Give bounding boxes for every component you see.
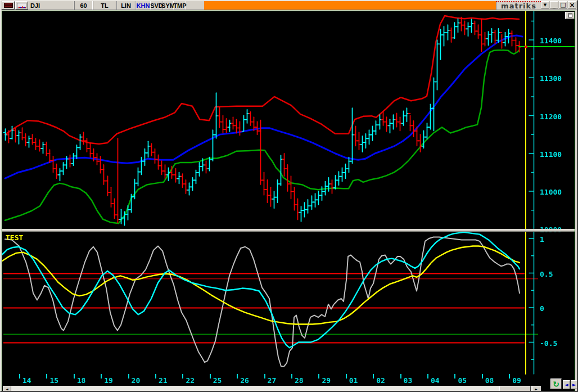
price-panel-canvas[interactable] bbox=[2, 11, 575, 229]
toolbar-segment-60[interactable]: 60 bbox=[74, 1, 93, 10]
restore-chart-button[interactable] bbox=[565, 12, 575, 19]
price-chart-icon bbox=[17, 3, 26, 8]
date-axis-tick bbox=[101, 374, 102, 379]
price-axis-label: 11400 bbox=[540, 37, 562, 45]
refresh-button[interactable]: ↻ bbox=[550, 379, 562, 389]
date-axis-label: 22 bbox=[186, 376, 195, 385]
price-axis-label: 11100 bbox=[540, 150, 562, 159]
toolbar-segment-svd[interactable]: SVD bbox=[151, 1, 162, 10]
toolbar-segment-tmp[interactable]: TMP bbox=[174, 1, 186, 10]
date-axis-tick bbox=[482, 374, 483, 379]
toolbar-segment-lin[interactable]: LIN bbox=[116, 1, 136, 10]
close-button[interactable]: × bbox=[568, 1, 576, 8]
date-axis-tick bbox=[74, 374, 75, 379]
date-axis-label: 08 bbox=[485, 376, 494, 385]
date-axis-tick bbox=[155, 374, 156, 379]
date-axis-tick bbox=[19, 374, 20, 379]
date-axis-tick bbox=[373, 374, 374, 379]
date-axis-label: 15 bbox=[49, 376, 58, 385]
price-axis-label: 11000 bbox=[540, 188, 562, 196]
toolbar-segment-sym[interactable]: SYM bbox=[162, 1, 174, 10]
date-axis-label: 29 bbox=[322, 376, 331, 385]
date-axis-tick bbox=[264, 374, 265, 379]
scroll-right-button[interactable]: ► bbox=[532, 386, 540, 391]
titlebar[interactable]: DJI60TLLINKHNSVDSYMTMP matriks ▼ _ □ × bbox=[1, 1, 577, 10]
titlebar-drag-area[interactable] bbox=[204, 1, 496, 10]
date-axis-tick bbox=[346, 374, 347, 379]
brand-text: matriks bbox=[501, 2, 536, 10]
date-axis-tick bbox=[400, 374, 401, 379]
date-axis-tick bbox=[210, 374, 211, 379]
toolbar-segment-khn[interactable]: KHN bbox=[136, 1, 151, 10]
date-axis-label: 19 bbox=[104, 376, 113, 385]
toolbar-segments: DJI60TLLINKHNSVDSYMTMP bbox=[28, 1, 186, 10]
brand-logo: matriks bbox=[496, 1, 541, 10]
date-axis-tick bbox=[128, 374, 129, 379]
date-axis-label: 05 bbox=[458, 376, 467, 385]
date-axis-label: 01 bbox=[349, 376, 358, 385]
date-axis-tick bbox=[182, 374, 183, 379]
date-axis-label: 04 bbox=[431, 376, 440, 385]
scrollbar-thumb[interactable] bbox=[499, 386, 531, 391]
chart-type-button[interactable] bbox=[15, 1, 28, 10]
toolbar-segment-dji[interactable]: DJI bbox=[28, 1, 74, 10]
next-chart-button[interactable]: ► bbox=[571, 380, 578, 389]
indicator-axis-label: -0.5 bbox=[540, 339, 557, 348]
date-axis-label: 25 bbox=[213, 376, 222, 385]
maximize-button[interactable]: □ bbox=[559, 1, 567, 8]
scroll-left-button[interactable]: ◄ bbox=[3, 386, 11, 391]
date-axis-label: 28 bbox=[295, 376, 304, 385]
date-axis-label: 27 bbox=[268, 376, 277, 385]
date-axis-label: 02 bbox=[376, 376, 385, 385]
date-axis-tick bbox=[427, 374, 428, 379]
horizontal-scrollbar[interactable]: ◄ ► bbox=[3, 386, 541, 391]
indicator-title: TEST bbox=[6, 233, 23, 242]
indicator-axis-label: 0 bbox=[540, 304, 544, 313]
date-axis-label: 09 bbox=[512, 376, 521, 385]
date-axis-label: 20 bbox=[132, 376, 141, 385]
indicator-axis-label: 0.5 bbox=[540, 270, 553, 278]
price-axis-label: 11300 bbox=[540, 74, 562, 83]
minimize-button[interactable]: _ bbox=[550, 1, 558, 8]
date-axis-tick bbox=[454, 374, 455, 379]
date-axis-tick bbox=[46, 374, 47, 379]
indicator-panel-canvas[interactable] bbox=[2, 231, 575, 376]
toolbar-gap bbox=[186, 1, 204, 10]
date-axis-label: 26 bbox=[240, 376, 249, 385]
toolbar-segment-tl[interactable]: TL bbox=[93, 1, 116, 10]
date-axis-label: 21 bbox=[159, 376, 168, 385]
dropdown-button[interactable]: ▼ bbox=[541, 1, 549, 8]
restore-icon bbox=[568, 13, 572, 17]
price-axis-label: 11200 bbox=[540, 112, 562, 121]
indicator-axis-label: 1 bbox=[540, 235, 544, 244]
date-axis-tick bbox=[318, 374, 319, 379]
panel-divider[interactable] bbox=[2, 229, 575, 232]
date-axis-tick bbox=[237, 374, 238, 379]
date-axis-tick bbox=[291, 374, 292, 379]
chart-client-area: TEST ◄ ► 1140011300112001110011000109001… bbox=[2, 11, 575, 391]
date-axis-label: 03 bbox=[404, 376, 413, 385]
date-axis-label: 18 bbox=[77, 376, 86, 385]
prev-chart-button[interactable]: ◄ bbox=[563, 380, 570, 389]
matriks-chart-window: DJI60TLLINKHNSVDSYMTMP matriks ▼ _ □ × T… bbox=[0, 0, 578, 392]
window-menu-button[interactable] bbox=[2, 1, 15, 10]
date-axis-tick bbox=[509, 374, 510, 379]
date-axis-label: 14 bbox=[22, 376, 31, 385]
window-menu-icon bbox=[4, 3, 13, 8]
